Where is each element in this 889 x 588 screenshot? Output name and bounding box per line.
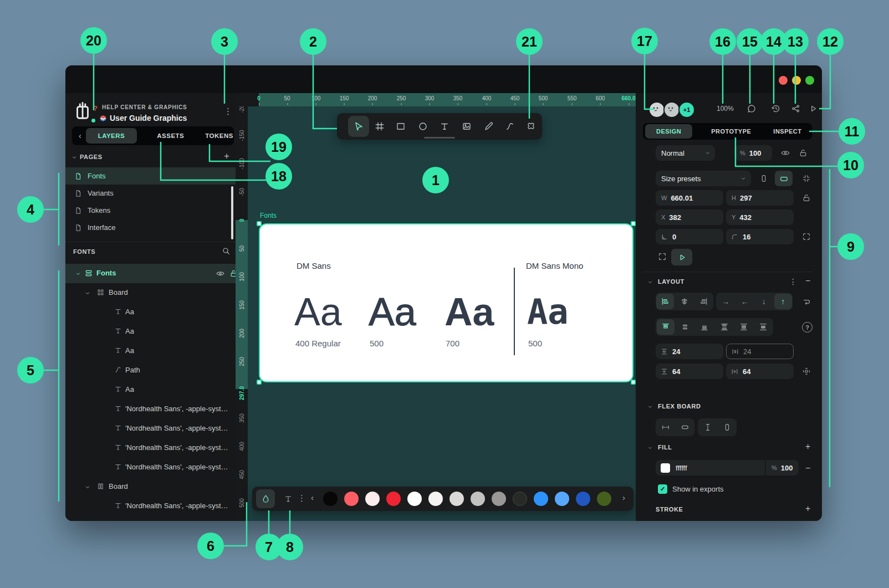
layer-row-board[interactable]: Board — [65, 283, 236, 303]
hug-height-button[interactable] — [718, 420, 736, 435]
align-center-button[interactable] — [676, 294, 693, 309]
size-presets-select[interactable]: Size presets — [656, 171, 751, 186]
history-icon[interactable] — [771, 104, 781, 114]
lock-proportions-icon[interactable] — [802, 193, 811, 202]
ellipse-tool[interactable] — [415, 118, 431, 135]
height-field[interactable]: H297 — [726, 190, 794, 206]
layer-row-board[interactable]: Board — [65, 477, 236, 497]
tab-assets[interactable]: ASSETS — [157, 132, 184, 139]
page-item-interface[interactable]: Interface — [65, 219, 236, 236]
page-item-tokens[interactable]: Tokens — [65, 202, 236, 219]
view-mode-icon[interactable] — [808, 104, 818, 114]
avatar[interactable] — [648, 101, 665, 118]
preview-board-button[interactable] — [671, 249, 692, 265]
horizontal-ruler[interactable]: 0 50 100 150 200 250 300 350 400 450 500… — [248, 93, 636, 106]
comments-icon[interactable] — [747, 104, 757, 114]
row-gap-field[interactable]: 24 — [656, 344, 723, 359]
color-swatch[interactable] — [555, 492, 569, 506]
pencil-tool[interactable] — [481, 118, 497, 135]
layer-row-fonts[interactable]: Fonts — [65, 264, 236, 283]
expand-icon[interactable] — [658, 252, 667, 261]
fill-color-row[interactable]: ffffff — [656, 460, 765, 475]
remove-fill-icon[interactable]: − — [805, 463, 810, 473]
y-position-field[interactable]: Y432 — [726, 209, 794, 225]
add-page-icon[interactable]: + — [224, 151, 229, 162]
page-item-fonts[interactable]: Fonts — [65, 167, 236, 185]
show-in-exports-checkbox[interactable]: ✓ — [658, 484, 667, 494]
color-swatch[interactable] — [323, 492, 338, 506]
color-swatch[interactable] — [386, 492, 401, 506]
pages-scrollbar[interactable] — [231, 186, 233, 239]
justify-space-around-button[interactable] — [735, 319, 753, 335]
palette-menu-icon[interactable]: ⋮ — [298, 493, 306, 503]
tab-inspect[interactable]: INSPECT — [773, 128, 801, 135]
hug-width-button[interactable] — [676, 420, 694, 435]
color-swatch[interactable] — [344, 492, 359, 506]
fill-color-mode-button[interactable] — [256, 489, 275, 508]
zoom-level[interactable]: 100% — [717, 105, 734, 113]
avatar[interactable] — [663, 101, 680, 118]
share-icon[interactable] — [791, 104, 801, 114]
justify-space-evenly-button[interactable] — [754, 319, 772, 335]
palette-next-icon[interactable]: › — [622, 493, 625, 502]
layer-row-path[interactable]: Path — [65, 361, 236, 380]
traffic-light-zoom[interactable] — [805, 76, 814, 85]
independent-radius-icon[interactable] — [802, 232, 811, 241]
direction-row-button[interactable]: → — [717, 294, 734, 309]
rectangle-tool[interactable] — [392, 118, 409, 135]
blend-mode-select[interactable]: Normal — [656, 145, 715, 161]
wrap-icon[interactable] — [802, 297, 811, 306]
add-stroke-icon[interactable]: + — [805, 504, 810, 514]
eye-icon[interactable] — [216, 269, 224, 278]
pages-collapse-icon[interactable] — [71, 154, 78, 161]
avatar-overflow-badge[interactable]: +1 — [678, 101, 695, 118]
selection-handle[interactable] — [257, 380, 262, 385]
remove-layout-icon[interactable]: − — [805, 276, 810, 286]
vertical-ruler[interactable]: -200 -150 -100 -50 0 50 100 150 200 250 … — [236, 106, 248, 521]
color-swatch[interactable] — [492, 492, 506, 506]
tab-prototype[interactable]: PROTOTYPE — [711, 128, 751, 135]
color-swatch[interactable] — [407, 492, 422, 506]
board-tool[interactable] — [371, 118, 388, 135]
color-swatch[interactable] — [576, 492, 590, 506]
tab-tokens[interactable]: TOKENS — [205, 132, 233, 139]
color-swatch[interactable] — [513, 492, 527, 506]
project-name[interactable]: HELP CENTER & GRAPHICS — [102, 104, 187, 110]
path-tool[interactable] — [502, 118, 518, 135]
layer-row-text[interactable]: 'Nordhealth Sans', -apple-system... — [65, 438, 236, 458]
layout-collapse-icon[interactable] — [647, 279, 653, 285]
text-tool[interactable] — [436, 118, 453, 135]
chevron-down-icon[interactable] — [84, 290, 91, 296]
palette-prev-icon[interactable]: ‹ — [311, 493, 314, 502]
unlock-icon[interactable] — [799, 149, 808, 157]
color-swatch[interactable] — [471, 492, 485, 506]
text-color-mode-button[interactable] — [279, 489, 298, 508]
tab-layers[interactable]: LAYERS — [86, 128, 137, 144]
align-end-button[interactable] — [695, 294, 713, 309]
justify-center-button[interactable] — [676, 319, 694, 335]
layout-menu-icon[interactable]: ⋮ — [789, 277, 797, 286]
add-fill-icon[interactable]: + — [805, 442, 810, 452]
selection-handle[interactable] — [257, 221, 262, 226]
fix-width-button[interactable] — [657, 420, 675, 435]
opacity-field[interactable]: %100 — [734, 145, 772, 161]
layer-row-text[interactable]: Aa — [65, 341, 236, 361]
fill-collapse-icon[interactable] — [647, 444, 653, 451]
color-swatch[interactable] — [449, 492, 464, 506]
color-swatch[interactable] — [534, 492, 548, 506]
layout-help-icon[interactable]: ? — [802, 322, 813, 333]
board-fonts[interactable]: DM Sans DM Sans Mono Aa Aa Aa Aa 400 Reg… — [259, 223, 633, 382]
x-position-field[interactable]: X382 — [656, 209, 723, 225]
independent-padding-icon[interactable] — [802, 367, 811, 376]
color-swatch[interactable] — [428, 492, 443, 506]
traffic-light-minimize[interactable] — [792, 76, 801, 85]
board-name-label[interactable]: Fonts — [260, 212, 277, 219]
file-menu-icon[interactable]: ⋮ — [224, 106, 232, 116]
search-icon[interactable] — [222, 247, 231, 255]
layer-row-text[interactable]: 'Nordhealth Sans', -apple-system... — [65, 458, 236, 477]
layer-row-text[interactable]: 'Nordhealth Sans', -apple-system... — [65, 400, 236, 419]
fix-height-button[interactable] — [699, 420, 717, 435]
flex-collapse-icon[interactable] — [647, 403, 653, 410]
direction-column-button[interactable]: ↓ — [755, 294, 773, 309]
toolbar-drag-handle[interactable] — [424, 137, 455, 139]
